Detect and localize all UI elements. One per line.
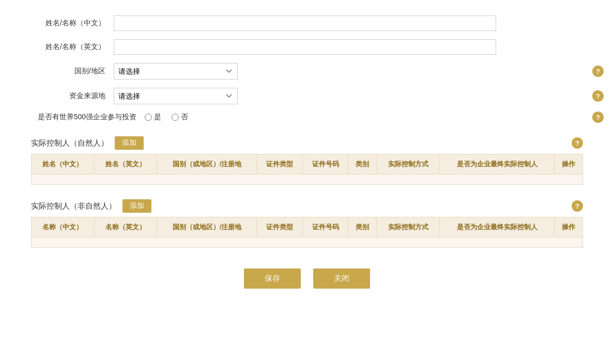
country-select[interactable]: 请选择 <box>114 63 238 80</box>
name-cn-row: 姓名/名称（中文） <box>31 15 583 31</box>
fortune500-row: 是否有世界500强企业参与投资 是 否 ? <box>31 113 583 122</box>
fund-source-label: 资金来源地 <box>31 91 114 101</box>
natural-person-table-header-row: 姓名（中文） 姓名（英文） 国别（或地区）/注册地 证件类型 证件号码 类别 实… <box>32 154 583 175</box>
fund-source-row: 资金来源地 请选择 ? <box>31 88 583 104</box>
nnp-col-cert-no: 证件号码 <box>302 217 348 238</box>
non-natural-person-table: 名称（中文） 名称（英文） 国别（或地区）/注册地 证件类型 证件号码 类别 实… <box>31 217 583 248</box>
main-container: 姓名/名称（中文） 姓名/名称（英文） 国别/地区 请选择 ? 资金来源地 请选… <box>31 15 583 304</box>
np-col-final-controller: 是否为企业最终实际控制人 <box>440 154 555 175</box>
fortune500-label: 是否有世界500强企业参与投资 <box>31 113 145 122</box>
np-col-cert-type: 证件类型 <box>257 154 302 175</box>
country-help-icon[interactable]: ? <box>592 66 604 77</box>
np-col-action: 操作 <box>554 154 582 175</box>
nnp-col-name-en: 名称（英文） <box>94 217 157 238</box>
fund-source-help-icon[interactable]: ? <box>592 90 604 102</box>
np-col-control-method: 实际控制方式 <box>377 154 440 175</box>
np-col-cert-no: 证件号码 <box>302 154 348 175</box>
name-en-label: 姓名/名称（英文） <box>31 42 114 52</box>
np-col-country: 国别（或地区）/注册地 <box>157 154 257 175</box>
nnp-col-country: 国别（或地区）/注册地 <box>157 217 257 238</box>
natural-person-help-icon[interactable]: ? <box>572 137 583 149</box>
fortune500-no-radio[interactable] <box>172 114 179 121</box>
non-natural-person-header: 实际控制人（非自然人） 添加 ? <box>31 195 583 217</box>
non-natural-person-empty-row <box>32 238 583 248</box>
non-natural-person-title: 实际控制人（非自然人） <box>31 201 116 211</box>
natural-person-section: 实际控制人（自然人） 添加 ? 姓名（中文） 姓名（英文） 国别（或地区）/注册… <box>31 132 583 185</box>
save-button[interactable]: 保存 <box>244 268 301 289</box>
fortune500-radio-group: 是 否 <box>145 113 188 122</box>
fortune500-yes-radio[interactable] <box>145 114 152 121</box>
non-natural-person-table-header-row: 名称（中文） 名称（英文） 国别（或地区）/注册地 证件类型 证件号码 类别 实… <box>32 217 583 238</box>
fortune500-no-label: 否 <box>181 113 188 122</box>
country-row: 国别/地区 请选择 ? <box>31 63 583 80</box>
nnp-col-name-cn: 名称（中文） <box>32 217 95 238</box>
natural-person-header: 实际控制人（自然人） 添加 ? <box>31 132 583 154</box>
close-button[interactable]: 关闭 <box>313 268 370 289</box>
nnp-col-category: 类别 <box>348 217 377 238</box>
nnp-col-cert-type: 证件类型 <box>257 217 302 238</box>
fortune500-no-option[interactable]: 否 <box>172 113 188 122</box>
fortune500-yes-option[interactable]: 是 <box>145 113 161 122</box>
natural-person-add-button[interactable]: 添加 <box>115 136 144 150</box>
nnp-col-control-method: 实际控制方式 <box>377 217 440 238</box>
form-section: 姓名/名称（中文） 姓名/名称（英文） 国别/地区 请选择 ? 资金来源地 请选… <box>31 15 583 122</box>
nnp-col-final-controller: 是否为企业最终实际控制人 <box>440 217 555 238</box>
name-en-input[interactable] <box>114 39 496 55</box>
fortune500-yes-label: 是 <box>154 113 161 122</box>
fund-source-select[interactable]: 请选择 <box>114 88 238 104</box>
name-cn-label: 姓名/名称（中文） <box>31 19 114 28</box>
nnp-col-action: 操作 <box>554 217 582 238</box>
country-label: 国别/地区 <box>31 67 114 76</box>
non-natural-person-add-button[interactable]: 添加 <box>122 199 151 213</box>
name-en-row: 姓名/名称（英文） <box>31 39 583 55</box>
np-col-name-en: 姓名（英文） <box>94 154 157 175</box>
fortune500-help-icon[interactable]: ? <box>592 112 604 123</box>
natural-person-title: 实际控制人（自然人） <box>31 138 109 148</box>
non-natural-person-section: 实际控制人（非自然人） 添加 ? 名称（中文） 名称（英文） 国别（或地区）/注… <box>31 195 583 248</box>
non-natural-person-help-icon[interactable]: ? <box>572 200 583 212</box>
bottom-actions: 保存 关闭 <box>31 268 583 304</box>
natural-person-empty-row <box>32 175 583 185</box>
natural-person-table: 姓名（中文） 姓名（英文） 国别（或地区）/注册地 证件类型 证件号码 类别 实… <box>31 154 583 185</box>
name-cn-input[interactable] <box>114 15 496 31</box>
np-col-name-cn: 姓名（中文） <box>32 154 95 175</box>
np-col-category: 类别 <box>348 154 377 175</box>
